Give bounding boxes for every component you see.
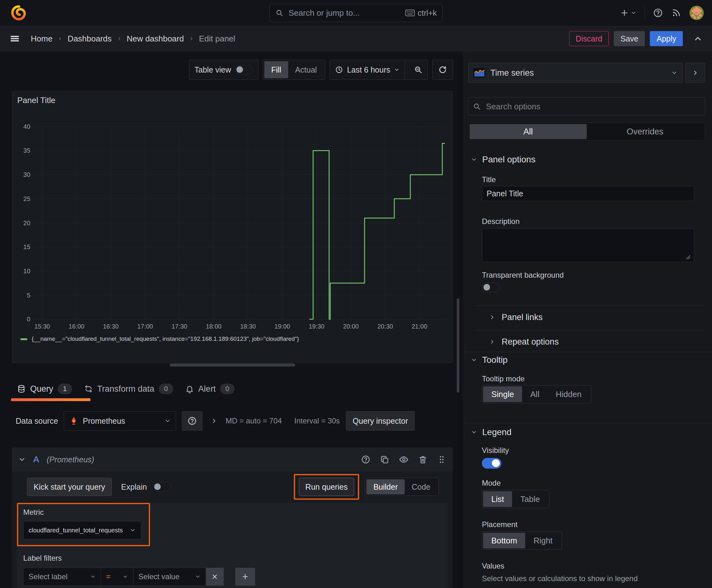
- tooltip-section-header[interactable]: Tooltip: [471, 355, 508, 365]
- tooltip-single-option[interactable]: Single: [483, 386, 522, 402]
- tooltip-all-option[interactable]: All: [522, 386, 547, 402]
- divider: [475, 330, 705, 330]
- metric-highlight-box: Metric cloudflared_tunnel_total_requests: [17, 503, 150, 546]
- explain-group: Explain: [121, 482, 171, 491]
- panel-links-section[interactable]: Panel links: [489, 309, 543, 326]
- breadcrumb-dashboards[interactable]: Dashboards: [67, 34, 111, 44]
- trash-icon[interactable]: [418, 455, 428, 464]
- fill-option[interactable]: Fill: [264, 61, 288, 78]
- duplicate-copy-icon[interactable]: [380, 455, 389, 464]
- svg-text:40: 40: [23, 123, 30, 130]
- datasource-picker[interactable]: Prometheus: [64, 411, 176, 430]
- legend-label: Legend: [482, 427, 511, 437]
- breadcrumb-edit-panel: Edit panel: [199, 34, 235, 44]
- search-input[interactable]: [288, 8, 401, 18]
- explain-toggle[interactable]: [153, 482, 171, 491]
- apply-button[interactable]: Apply: [650, 31, 683, 46]
- svg-text:18:30: 18:30: [240, 323, 256, 330]
- vertical-scrollbar[interactable]: [457, 298, 459, 393]
- svg-text:17:00: 17:00: [137, 323, 153, 330]
- query-ref-id[interactable]: A: [33, 455, 39, 465]
- placement-right-option[interactable]: Right: [525, 533, 561, 548]
- hide-eye-icon[interactable]: [399, 455, 409, 465]
- global-search[interactable]: ctrl+k: [269, 4, 443, 22]
- tooltip-hidden-option[interactable]: Hidden: [547, 386, 589, 402]
- select-value-dropdown[interactable]: Select value: [133, 568, 206, 586]
- user-avatar[interactable]: [689, 6, 704, 20]
- run-builder-group: Run queries Builder Code: [294, 474, 439, 500]
- chevron-down-icon[interactable]: [18, 456, 26, 463]
- query-inspector-button[interactable]: Query inspector: [346, 411, 414, 430]
- save-button[interactable]: Save: [614, 31, 645, 46]
- chevron-down-icon: [471, 156, 477, 163]
- panel-title-input[interactable]: [482, 186, 694, 201]
- tab-overrides[interactable]: Overrides: [587, 124, 704, 139]
- panel-toolbar: Table view Fill Actual Last 6 hours: [189, 60, 453, 80]
- zoom-out-button[interactable]: [410, 65, 426, 74]
- builder-option[interactable]: Builder: [366, 479, 405, 495]
- description-textarea[interactable]: [482, 228, 694, 262]
- run-queries-button[interactable]: Run queries: [299, 478, 354, 496]
- news-rss-icon[interactable]: [671, 8, 681, 18]
- mode-table-option[interactable]: Table: [512, 491, 548, 507]
- operator-dropdown[interactable]: =: [101, 568, 133, 586]
- metric-select[interactable]: cloudflared_tunnel_total_requests: [23, 521, 141, 539]
- svg-text:17:30: 17:30: [171, 323, 187, 330]
- menu-hamburger-icon[interactable]: [9, 33, 20, 44]
- drag-grip-icon[interactable]: [437, 455, 447, 464]
- help-icon[interactable]: [361, 455, 370, 464]
- query-row-header: A (Prometheus): [12, 447, 453, 471]
- active-tab-underline: [11, 398, 90, 401]
- tab-transform-data[interactable]: Transform data 0: [79, 380, 178, 397]
- svg-text:15:30: 15:30: [34, 323, 50, 330]
- mode-list-option[interactable]: List: [483, 491, 512, 507]
- refresh-button[interactable]: [432, 60, 453, 80]
- time-range-label[interactable]: Last 6 hours: [347, 65, 390, 75]
- query-ref-datasource: (Prometheus): [47, 455, 94, 464]
- actual-option[interactable]: Actual: [288, 61, 324, 78]
- add-menu-button[interactable]: [620, 8, 637, 17]
- panel-options-section-header[interactable]: Panel options: [471, 154, 536, 165]
- breadcrumb-home[interactable]: Home: [31, 34, 52, 44]
- datasource-help-button[interactable]: [182, 411, 202, 430]
- breadcrumb-new-dashboard[interactable]: New dashboard: [127, 34, 184, 44]
- options-search-input[interactable]: [486, 102, 700, 112]
- code-option[interactable]: Code: [405, 479, 437, 495]
- main-area: Table view Fill Actual Last 6 hours: [0, 51, 464, 588]
- chevron-up-icon[interactable]: [693, 34, 703, 43]
- legend-visibility-toggle[interactable]: [482, 458, 501, 469]
- topbar-actions: [620, 6, 704, 20]
- repeat-options-section[interactable]: Repeat options: [489, 334, 559, 350]
- add-filter-button[interactable]: [235, 568, 255, 586]
- divider: [464, 423, 712, 423]
- tab-all[interactable]: All: [470, 124, 587, 139]
- help-icon[interactable]: [653, 8, 663, 18]
- grafana-logo-icon[interactable]: [10, 4, 27, 21]
- series-label[interactable]: {__name__="cloudflared_tunnel_total_requ…: [32, 335, 299, 342]
- divider: [645, 6, 645, 19]
- kick-start-query-button[interactable]: Kick start your query: [27, 478, 112, 496]
- table-view-toggle[interactable]: [235, 65, 253, 75]
- collapse-chevron-right-icon[interactable]: [211, 417, 218, 424]
- close-x-icon: [211, 573, 218, 580]
- visualization-picker[interactable]: Time series: [468, 63, 683, 83]
- svg-text:10: 10: [23, 268, 30, 275]
- chevron-down-icon: [471, 357, 477, 363]
- select-label-dropdown[interactable]: Select label: [23, 568, 101, 586]
- remove-filter-button[interactable]: [206, 568, 224, 586]
- time-series-chart[interactable]: 051015202530354015:3016:0016:3017:0017:3…: [12, 91, 452, 362]
- options-search[interactable]: [468, 97, 705, 115]
- toggle-options-pane-button[interactable]: [685, 63, 705, 83]
- transparent-background-toggle[interactable]: [482, 283, 500, 292]
- query-row-actions: [361, 455, 447, 465]
- nav-bar: Home Dashboards New dashboard Edit panel…: [0, 26, 712, 51]
- tab-query[interactable]: Query 1: [12, 380, 77, 397]
- discard-button[interactable]: Discard: [569, 31, 609, 46]
- legend-section-header[interactable]: Legend: [471, 427, 511, 437]
- placement-bottom-option[interactable]: Bottom: [483, 533, 525, 548]
- search-icon: [473, 102, 481, 110]
- chevron-right-icon: [189, 36, 194, 41]
- tab-alert[interactable]: Alert 0: [180, 380, 240, 397]
- alert-count-badge: 0: [220, 383, 235, 394]
- resize-drag-handle[interactable]: [170, 363, 295, 366]
